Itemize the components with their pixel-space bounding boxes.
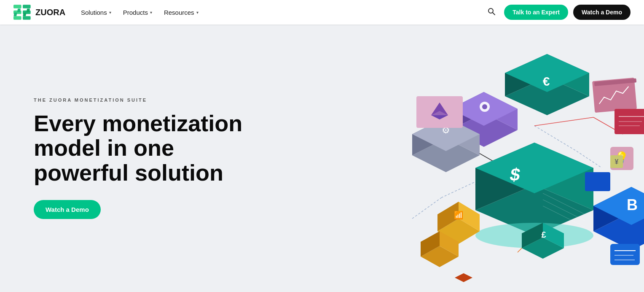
nav-left: ZUORA Solutions ▾ Products ▾ Resources ▾ <box>13 5 199 20</box>
logo-icon <box>13 5 32 20</box>
svg-rect-0 <box>13 5 21 8</box>
svg-line-19 <box>534 117 593 126</box>
logo[interactable]: ZUORA <box>13 5 66 20</box>
monetization-illustration: $ € <box>357 41 644 286</box>
svg-rect-2 <box>13 16 21 19</box>
svg-text:£: £ <box>541 230 546 239</box>
svg-line-18 <box>412 197 442 219</box>
nav-solutions[interactable]: Solutions ▾ <box>81 9 111 16</box>
svg-rect-7 <box>23 16 31 19</box>
svg-text:B: B <box>627 196 638 214</box>
chevron-down-icon: ▾ <box>196 10 199 15</box>
hero-title: Every monetization model in one powerful… <box>34 111 270 185</box>
svg-text:¥: ¥ <box>615 158 619 165</box>
zuora-wordmark: ZUORA <box>35 7 66 17</box>
hero-section: THE ZUORA MONETIZATION SUITE Every monet… <box>0 24 644 292</box>
hero-content: THE ZUORA MONETIZATION SUITE Every monet… <box>34 97 270 219</box>
nav-right: Talk to an Expert Watch a Demo <box>484 5 631 20</box>
svg-rect-80 <box>610 244 640 265</box>
svg-text:📶: 📶 <box>454 211 464 220</box>
svg-text:€: € <box>543 74 550 88</box>
svg-rect-5 <box>23 5 31 8</box>
svg-line-12 <box>493 13 495 15</box>
watch-demo-nav-button[interactable]: Watch a Demo <box>573 5 631 20</box>
watch-demo-hero-button[interactable]: Watch a Demo <box>34 200 101 219</box>
chevron-down-icon: ▾ <box>150 10 152 15</box>
nav-products[interactable]: Products ▾ <box>123 9 152 16</box>
svg-text:ZUORA: ZUORA <box>35 8 65 17</box>
chevron-down-icon: ▾ <box>109 10 111 15</box>
svg-marker-70 <box>455 273 472 282</box>
nav-links: Solutions ▾ Products ▾ Resources ▾ <box>81 9 199 16</box>
search-button[interactable] <box>484 5 499 20</box>
svg-rect-84 <box>585 172 610 191</box>
hero-eyebrow: THE ZUORA MONETIZATION SUITE <box>34 97 270 103</box>
svg-point-45 <box>482 104 487 109</box>
nav-resources[interactable]: Resources ▾ <box>164 9 199 16</box>
search-icon <box>487 7 496 18</box>
hero-illustration: $ € <box>357 41 644 286</box>
main-nav: ZUORA Solutions ▾ Products ▾ Resources ▾ <box>0 0 644 24</box>
talk-to-expert-button[interactable]: Talk to an Expert <box>504 5 568 20</box>
